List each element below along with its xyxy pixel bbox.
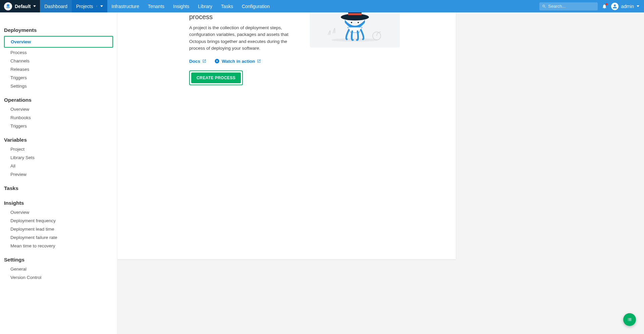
sidebar-item-overview[interactable]: Overview: [4, 36, 113, 48]
sidebar-section-operations[interactable]: Operations: [0, 90, 117, 105]
external-link-icon: [257, 59, 261, 63]
sidebar-item-triggers[interactable]: Triggers: [0, 74, 117, 82]
avatar: [611, 3, 619, 10]
svg-point-9: [358, 22, 359, 23]
space-switcher[interactable]: Default: [0, 0, 40, 12]
sidebar-item-ops-overview[interactable]: Overview: [0, 105, 117, 113]
nav-tasks[interactable]: Tasks: [217, 0, 237, 12]
nav-items: Dashboard Projects Infrastructure Tenant…: [40, 0, 274, 12]
chevron-down-icon: [637, 5, 639, 7]
top-nav-right: admin: [539, 0, 644, 12]
sidebar-item-mttr[interactable]: Mean time to recovery: [0, 242, 117, 250]
empty-state-description: A project is the collection of deploymen…: [189, 25, 290, 52]
project-sidebar: Deployments Overview Process Channels Re…: [0, 12, 117, 334]
content-card: process A project is the collection of d…: [117, 12, 456, 259]
help-fab[interactable]: [623, 313, 636, 326]
nav-infrastructure[interactable]: Infrastructure: [107, 0, 144, 12]
sidebar-item-all[interactable]: All: [0, 162, 117, 170]
empty-state-illustration: [310, 12, 400, 47]
search-input[interactable]: [548, 4, 595, 9]
empty-state-text: process A project is the collection of d…: [189, 12, 290, 85]
sidebar-item-ops-triggers[interactable]: Triggers: [0, 122, 117, 130]
create-process-button[interactable]: CREATE PROCESS: [191, 73, 241, 83]
watch-in-action-link[interactable]: Watch in action: [214, 58, 261, 64]
nav-configuration[interactable]: Configuration: [237, 0, 274, 12]
sidebar-item-channels[interactable]: Channels: [0, 57, 117, 65]
space-name: Default: [15, 4, 31, 9]
svg-point-1: [331, 38, 378, 42]
sidebar-item-deploy-freq[interactable]: Deployment frequency: [0, 217, 117, 225]
nav-library[interactable]: Library: [194, 0, 217, 12]
play-circle-icon: [214, 58, 220, 64]
svg-rect-5: [348, 13, 362, 15]
list-icon: [627, 317, 632, 322]
main-content: process A project is the collection of d…: [117, 12, 644, 334]
user-menu[interactable]: admin: [611, 3, 639, 10]
search-icon: [542, 4, 546, 9]
sidebar-item-deploy-fail[interactable]: Deployment failure rate: [0, 233, 117, 242]
top-nav: Default Dashboard Projects Infrastructur…: [0, 0, 644, 12]
nav-projects[interactable]: Projects: [72, 0, 107, 12]
user-icon: [612, 4, 617, 9]
sidebar-item-settings[interactable]: Settings: [0, 82, 117, 90]
empty-state-title: process: [189, 12, 290, 21]
notifications-button[interactable]: [601, 3, 608, 10]
sidebar-item-project-vars[interactable]: Project: [0, 145, 117, 153]
sidebar-item-general[interactable]: General: [0, 265, 117, 273]
create-process-highlight: CREATE PROCESS: [189, 70, 243, 85]
sidebar-section-insights[interactable]: Insights: [0, 193, 117, 208]
top-nav-left: Default Dashboard Projects Infrastructur…: [0, 0, 274, 12]
octopus-logo-icon: [4, 2, 12, 10]
chevron-down-icon: [100, 5, 103, 7]
octopus-cowboy-icon: [321, 12, 388, 43]
sidebar-item-library-sets[interactable]: Library Sets: [0, 153, 117, 162]
svg-point-0: [7, 4, 9, 7]
sidebar-item-process[interactable]: Process: [0, 48, 117, 57]
sidebar-item-preview[interactable]: Preview: [0, 170, 117, 179]
docs-link[interactable]: Docs: [189, 59, 206, 64]
sidebar-item-version-control[interactable]: Version Control: [0, 273, 117, 282]
sidebar-section-variables[interactable]: Variables: [0, 130, 117, 145]
user-name: admin: [621, 4, 634, 9]
global-search[interactable]: [539, 2, 598, 10]
external-link-icon: [202, 59, 206, 63]
nav-projects-label: Projects: [76, 4, 93, 9]
notification-dot: [605, 3, 608, 5]
sidebar-item-deploy-lead[interactable]: Deployment lead time: [0, 225, 117, 233]
nav-dashboard[interactable]: Dashboard: [40, 0, 72, 12]
projects-dropdown-toggle[interactable]: [97, 5, 103, 7]
svg-point-8: [351, 22, 352, 23]
chevron-down-icon: [33, 5, 36, 7]
sidebar-section-settings[interactable]: Settings: [0, 250, 117, 265]
watch-label: Watch in action: [222, 59, 255, 64]
sidebar-item-runbooks[interactable]: Runbooks: [0, 113, 117, 122]
sidebar-section-tasks[interactable]: Tasks: [0, 179, 117, 193]
sidebar-section-deployments[interactable]: Deployments: [0, 16, 117, 35]
sidebar-item-releases[interactable]: Releases: [0, 65, 117, 74]
help-links: Docs Watch in action: [189, 58, 290, 64]
nav-tenants[interactable]: Tenants: [144, 0, 169, 12]
empty-state: process A project is the collection of d…: [117, 12, 456, 85]
nav-insights[interactable]: Insights: [169, 0, 194, 12]
body-shell: Deployments Overview Process Channels Re…: [0, 12, 644, 334]
sidebar-item-insights-overview[interactable]: Overview: [0, 208, 117, 217]
docs-label: Docs: [189, 59, 200, 64]
